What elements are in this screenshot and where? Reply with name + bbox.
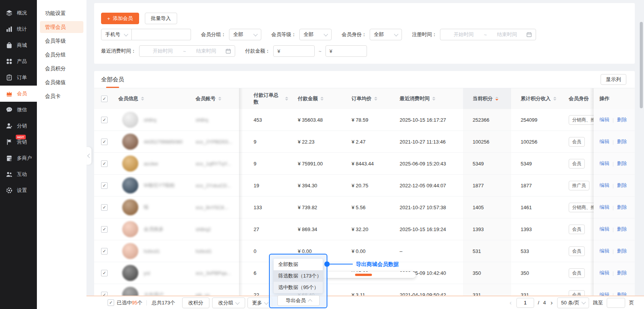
- submenu-item-member-groups[interactable]: 会员分组: [40, 49, 83, 61]
- row-checkbox[interactable]: ✓: [101, 139, 108, 145]
- current-points-value: 1393: [463, 218, 511, 240]
- export-option[interactable]: 选中数据（95个）: [274, 282, 323, 293]
- header-cell[interactable]: 会员账号: [194, 88, 239, 109]
- row-checkbox[interactable]: ✓: [101, 248, 108, 254]
- row-checkbox[interactable]: ✓: [101, 204, 108, 211]
- row-checkbox[interactable]: ✓: [101, 160, 108, 167]
- change-points-button[interactable]: 改积分: [182, 297, 209, 308]
- header-cell[interactable]: 操作: [594, 88, 635, 109]
- header-cell[interactable]: 当前积分: [463, 88, 511, 109]
- edit-link[interactable]: 编辑: [599, 226, 609, 233]
- edit-link[interactable]: 编辑: [599, 116, 609, 123]
- submenu-item-manage-members[interactable]: 管理会员: [40, 21, 83, 33]
- sidebar-item-wechat[interactable]: 微信: [0, 102, 37, 118]
- delete-link[interactable]: 删除: [617, 182, 627, 189]
- export-dropdown-popup: 全部数据 筛选数据（173个） 选中数据（95个） 导出会员: [269, 254, 327, 308]
- header-cell[interactable]: 付款订单总数: [239, 88, 288, 109]
- sidebar-item-interact[interactable]: 互动: [0, 166, 37, 182]
- edit-link[interactable]: 编辑: [599, 248, 609, 254]
- edit-link[interactable]: 编辑: [599, 269, 609, 276]
- add-member-button[interactable]: + 添加会员: [101, 13, 139, 24]
- submenu-item-feature-settings[interactable]: 功能设置: [40, 7, 83, 19]
- page-size-select[interactable]: 50 条/页: [557, 297, 589, 308]
- edit-link[interactable]: 编辑: [599, 138, 609, 145]
- sidebar-item-stats[interactable]: 统计: [0, 21, 37, 37]
- phone-type-select[interactable]: 手机号: [101, 29, 132, 40]
- header-cell[interactable]: 订单均价: [340, 88, 390, 109]
- member-group-select[interactable]: 全部: [229, 29, 261, 40]
- chevron-down-icon: [394, 32, 398, 36]
- sidebar-item-distribution[interactable]: 分销: [0, 118, 37, 134]
- avg-order-value: ¥ 8443.44: [340, 153, 390, 174]
- sidebar-item-overview[interactable]: 概况: [0, 5, 37, 21]
- chevron-down-icon: [324, 32, 328, 36]
- footer-select-checkbox[interactable]: ✓: [108, 299, 114, 306]
- show-columns-button[interactable]: 显示列: [601, 74, 626, 85]
- row-checkbox[interactable]: ✓: [101, 226, 108, 233]
- delete-link[interactable]: 删除: [617, 138, 627, 145]
- header-cell[interactable]: 付款金额: [288, 88, 340, 109]
- sidebar-item-mall[interactable]: 商城: [0, 37, 37, 53]
- export-option[interactable]: 筛选数据（173个）: [274, 270, 323, 282]
- row-checkbox[interactable]: ✓: [101, 117, 108, 123]
- row-checkbox[interactable]: ✓: [101, 182, 108, 189]
- sidebar-item-multi-merchant[interactable]: 多商户: [0, 150, 37, 166]
- delete-link[interactable]: 删除: [617, 116, 627, 123]
- jump-page-input[interactable]: [607, 298, 625, 308]
- sidebar-collapse-handle[interactable]: [86, 147, 91, 165]
- sidebar-item-order[interactable]: 订单: [0, 69, 37, 86]
- row-checkbox[interactable]: ✓: [101, 270, 108, 276]
- delete-link[interactable]: 删除: [617, 269, 627, 276]
- recent-consume-value: 2021-10-27 10:57:38: [390, 197, 463, 218]
- chevron-up-icon: [308, 299, 312, 303]
- submenu-item-member-points[interactable]: 会员积分: [40, 63, 83, 74]
- edit-link[interactable]: 编辑: [599, 160, 609, 167]
- bulk-import-button[interactable]: 批量导入: [145, 13, 177, 24]
- export-members-button[interactable]: 导出会员: [277, 295, 320, 306]
- select-all-checkbox[interactable]: ✓: [101, 96, 108, 102]
- window-scrollbar-thumb[interactable]: [640, 22, 643, 108]
- delete-link[interactable]: 删除: [617, 160, 627, 167]
- chevron-down-icon: [235, 300, 239, 304]
- sidebar-item-product[interactable]: 产品: [0, 53, 37, 69]
- submenu-item-member-levels[interactable]: 会员等级: [40, 35, 83, 47]
- next-page-button[interactable]: ›: [550, 299, 554, 306]
- delete-link[interactable]: 删除: [617, 248, 627, 254]
- recent-consume-range[interactable]: 开始时间 ~ 结束时间: [139, 45, 235, 57]
- horizontal-scrollbar-thumb[interactable]: [355, 274, 372, 276]
- current-points-value: 100256: [463, 131, 511, 152]
- current-page-input[interactable]: [516, 298, 534, 308]
- delete-link[interactable]: 删除: [617, 226, 627, 233]
- sidebar-item-settings[interactable]: 设置: [0, 182, 37, 198]
- submenu-item-member-cards[interactable]: 会员卡: [40, 90, 83, 102]
- register-time-range[interactable]: 开始时间 ~ 结束时间: [440, 29, 536, 40]
- pay-amount-min-input[interactable]: [282, 48, 311, 55]
- edit-link[interactable]: 编辑: [599, 204, 609, 211]
- sidebar-item-marketing[interactable]: 营销 HOT: [0, 134, 37, 150]
- tab-all-members[interactable]: 全部会员: [101, 71, 124, 88]
- prev-page-button[interactable]: ‹: [509, 299, 513, 306]
- change-group-button[interactable]: 改分组: [212, 297, 245, 308]
- pay-amount-max[interactable]: ¥: [325, 45, 367, 57]
- member-identity-label: 会员身份：: [342, 31, 367, 38]
- phone-input[interactable]: [132, 29, 191, 40]
- delete-link[interactable]: 删除: [617, 204, 627, 211]
- pay-amount-min[interactable]: ¥: [273, 45, 315, 57]
- stats-icon: [6, 26, 13, 33]
- header-cell[interactable]: 累计积分收入: [511, 88, 565, 109]
- header-cell[interactable]: 会员身份: [565, 88, 594, 109]
- settings-icon: [6, 187, 13, 194]
- edit-link[interactable]: 编辑: [599, 182, 609, 189]
- header-cell[interactable]: 最近消费时间: [390, 88, 463, 109]
- member-account: sh8rq: [196, 117, 208, 123]
- pay-amount-max-input[interactable]: [335, 48, 363, 55]
- sidebar-item-member[interactable]: 会员: [0, 86, 37, 102]
- member-identity-select[interactable]: 全部: [370, 29, 402, 40]
- submenu-item-member-balance[interactable]: 会员储值: [40, 76, 83, 88]
- bulk-action-bar: ✓ 已选中95个 总共173个 改积分 改分组 更多 ‹ / 4 › 50 条/…: [86, 296, 644, 309]
- identity-badge: 会员: [569, 137, 585, 147]
- header-cell[interactable]: 会员信息: [115, 88, 194, 109]
- paid-orders-value: 9: [239, 153, 288, 174]
- export-option[interactable]: 全部数据: [274, 259, 323, 270]
- member-level-select[interactable]: 全部: [299, 29, 332, 40]
